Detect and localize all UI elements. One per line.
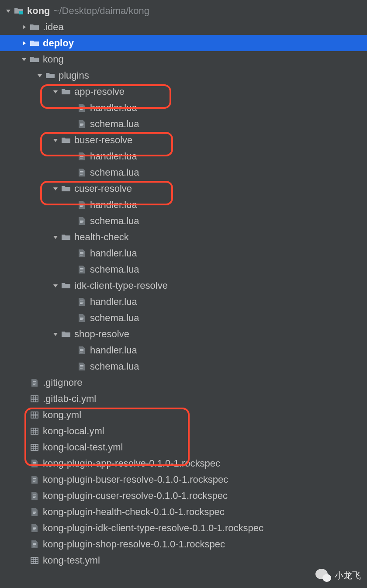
tree-row-rockspec[interactable]: kong-plugin-shop-resolve-0.1.0-1.rockspe… [0,536,367,552]
project-tree[interactable]: kong ~/Desktop/daima/kong .idea deploy k… [0,0,367,568]
file-icon [76,152,87,161]
yml-icon [29,556,40,565]
tree-row-file[interactable]: schema.lua [0,213,367,229]
tree-row-file[interactable]: schema.lua [0,164,367,180]
watermark-text: 小龙飞 [335,570,361,581]
tree-row-rockspec[interactable]: kong-plugin-app-resolve-0.1.0-1.rockspec [0,455,367,471]
chevron-down-icon[interactable] [51,234,60,240]
folder-icon [60,281,72,291]
file-label: handler.lua [90,100,137,116]
file-icon [76,249,87,258]
tree-row-rockspec[interactable]: kong-plugin-idk-client-type-resolve-0.1.… [0,520,367,536]
yml-icon [29,426,40,436]
folder-label: buser-resolve [74,132,132,148]
tree-row-gitignore[interactable]: .gitignore [0,374,367,391]
folder-icon [29,38,40,48]
file-icon [76,313,87,323]
tree-row-shop-resolve[interactable]: shop-resolve [0,326,367,342]
tree-row-kong-yml[interactable]: kong.yml [0,407,367,423]
tree-row-file[interactable]: schema.lua [0,310,367,326]
file-label: schema.lua [90,261,139,277]
watermark: 小龙飞 [315,569,361,582]
root-name: kong [27,3,50,19]
chevron-down-icon[interactable] [51,89,60,95]
folder-label: kong [43,51,64,67]
tree-row-kong[interactable]: kong [0,51,367,67]
yml-icon [29,394,40,404]
tree-row-root[interactable]: kong ~/Desktop/daima/kong [0,3,367,19]
tree-row-idk-client[interactable]: idk-client-type-resolve [0,277,367,294]
yml-icon [29,443,40,452]
tree-row-rockspec[interactable]: kong-plugin-health-check-0.1.0-1.rockspe… [0,504,367,520]
tree-row-cuser-resolve[interactable]: cuser-resolve [0,180,367,197]
file-icon [76,216,87,226]
file-icon [76,103,87,113]
tree-row-plugins[interactable]: plugins [0,67,367,83]
file-label: schema.lua [90,310,139,326]
tree-row-idea[interactable]: .idea [0,19,367,35]
file-icon [76,168,87,177]
tree-row-file[interactable]: handler.lua [0,100,367,116]
file-label: kong-plugin-health-check-0.1.0-1.rockspe… [43,504,225,520]
yml-icon [29,410,40,420]
tree-row-file[interactable]: handler.lua [0,148,367,164]
folder-label: shop-resolve [74,326,129,342]
file-label: kong-plugin-buser-resolve-0.1.0-1.rocksp… [43,471,228,488]
tree-row-kong-local-test[interactable]: kong-local-test.yml [0,439,367,455]
folder-label: app-resolve [74,83,125,100]
tree-row-health-check[interactable]: health-check [0,229,367,245]
file-label: schema.lua [90,358,139,374]
file-icon [29,540,40,549]
file-label: kong-plugin-idk-client-type-resolve-0.1.… [43,520,263,536]
file-icon [29,491,40,501]
tree-row-kong-local[interactable]: kong-local.yml [0,423,367,439]
tree-row-file[interactable]: handler.lua [0,245,367,261]
chevron-down-icon[interactable] [51,137,60,143]
tree-row-gitlab-ci[interactable]: .gitlab-ci.yml [0,391,367,407]
file-label: handler.lua [90,294,137,310]
file-icon [29,475,40,484]
chevron-down-icon[interactable] [19,56,29,62]
tree-row-rockspec[interactable]: kong-plugin-cuser-resolve-0.1.0-1.rocksp… [0,488,367,504]
folder-icon [60,184,72,194]
chevron-right-icon[interactable] [19,24,29,30]
tree-row-rockspec[interactable]: kong-plugin-buser-resolve-0.1.0-1.rocksp… [0,471,367,488]
chevron-right-icon[interactable] [19,40,29,46]
tree-row-file[interactable]: schema.lua [0,358,367,374]
folder-label: health-check [74,229,129,245]
chevron-down-icon[interactable] [51,283,60,289]
file-label: kong-local.yml [43,423,104,439]
folder-icon [60,135,72,145]
chevron-down-icon[interactable] [51,331,60,337]
tree-row-kong-test[interactable]: kong-test.yml [0,552,367,568]
folder-icon [29,55,40,64]
file-label: handler.lua [90,197,137,213]
file-label: kong-plugin-cuser-resolve-0.1.0-1.rocksp… [43,488,228,504]
folder-icon [60,329,72,339]
folder-label: plugins [59,67,89,83]
file-icon [29,459,40,468]
tree-row-file[interactable]: handler.lua [0,197,367,213]
folder-icon [45,71,56,80]
chevron-down-icon[interactable] [51,186,60,192]
tree-row-file[interactable]: handler.lua [0,294,367,310]
file-label: kong-test.yml [43,552,100,568]
file-label: .gitlab-ci.yml [43,391,96,407]
root-path: ~/Desktop/daima/kong [54,3,150,19]
chevron-down-icon[interactable] [3,8,13,14]
file-icon [76,346,87,355]
folder-label: .idea [43,19,64,35]
tree-row-buser-resolve[interactable]: buser-resolve [0,132,367,148]
file-label: kong-plugin-app-resolve-0.1.0-1.rockspec [43,455,220,471]
tree-row-file[interactable]: schema.lua [0,261,367,277]
tree-row-file[interactable]: schema.lua [0,116,367,132]
folder-icon [60,87,72,97]
folder-label: deploy [43,35,74,51]
tree-row-deploy[interactable]: deploy [0,35,367,51]
tree-row-file[interactable]: handler.lua [0,342,367,358]
file-label: handler.lua [90,148,137,164]
tree-row-app-resolve[interactable]: app-resolve [0,83,367,100]
chevron-down-icon[interactable] [35,73,45,79]
file-icon [76,200,87,210]
file-label: schema.lua [90,116,139,132]
